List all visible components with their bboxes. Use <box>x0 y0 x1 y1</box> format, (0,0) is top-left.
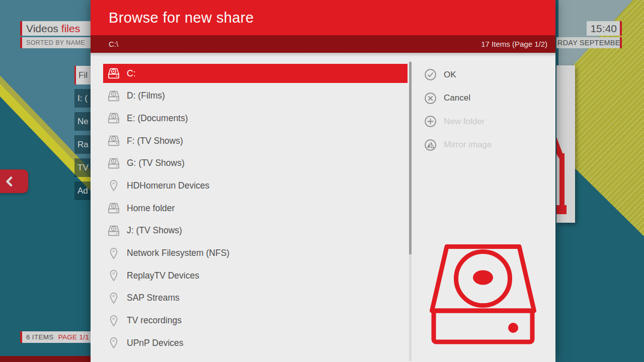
mirror-image-button[interactable]: Mirror image <box>424 136 545 154</box>
network-location-icon <box>107 269 120 282</box>
network-location-icon <box>107 314 120 327</box>
share-item-label: Network Filesystem (NFS) <box>127 248 229 258</box>
clock-text: 15:40 <box>590 23 617 35</box>
share-list: C: D: (Films) E: (Documents) F: (TV Show… <box>103 64 408 356</box>
library-title-accent: files <box>61 23 80 35</box>
drive-icon <box>107 134 120 147</box>
page-indicator: PAGE 1/1 <box>58 333 89 341</box>
kodi-screen: Videos files SORTED BY NAME 15:40 RDAY S… <box>0 0 644 362</box>
network-location-icon <box>107 179 120 192</box>
sidebar-item[interactable]: Ad <box>74 182 92 200</box>
button-label: OK <box>444 70 456 80</box>
drive-icon <box>107 112 120 125</box>
share-list-item[interactable]: Home folder <box>103 199 408 218</box>
network-location-icon <box>107 247 120 260</box>
sidebar-item[interactable]: Ra <box>74 135 92 154</box>
share-list-item[interactable]: TV recordings <box>103 311 408 330</box>
share-item-label: C: <box>127 68 136 79</box>
drive-icon <box>107 224 120 237</box>
items-page-info: 17 Items (Page 1/2) <box>481 40 547 48</box>
share-item-label: SAP Streams <box>127 293 180 303</box>
date-bar: RDAY SEPTEMBER 13 <box>556 37 622 48</box>
share-list-item[interactable]: D: (Films) <box>103 86 408 106</box>
drive-icon <box>107 202 120 215</box>
sidebar-item[interactable]: Fil <box>74 66 92 84</box>
share-list-item[interactable]: SAP Streams <box>103 289 408 308</box>
share-item-label: UPnP Devices <box>127 338 184 348</box>
share-item-label: TV recordings <box>127 315 182 326</box>
dialog-buttons: OK Cancel New folder Mirror image <box>424 65 545 159</box>
library-title-bar: Videos files <box>20 21 91 36</box>
share-list-item[interactable]: G: (TV Shows) <box>103 154 408 173</box>
ok-button[interactable]: OK <box>424 65 545 84</box>
sidebar-item-label: Fil <box>78 70 88 80</box>
sort-label: SORTED BY NAME <box>26 39 85 46</box>
share-list-item[interactable]: C: <box>103 64 408 83</box>
sidebar-item[interactable]: TV <box>74 158 92 177</box>
sidebar-item-label: TV <box>77 163 89 173</box>
back-tab-button[interactable] <box>0 169 28 193</box>
share-list-item[interactable]: J: (TV Shows) <box>103 221 408 240</box>
library-title: Videos <box>26 23 58 35</box>
share-list-item[interactable]: ReplayTV Devices <box>103 266 408 285</box>
share-list-item[interactable]: HDHomerun Devices <box>103 176 408 195</box>
share-list-item[interactable]: UPnP Devices <box>103 333 408 352</box>
sort-bar[interactable]: SORTED BY NAME <box>20 37 91 48</box>
current-path: C:\ <box>109 40 118 48</box>
chevron-left-icon <box>6 176 13 187</box>
cancel-x-icon <box>424 92 437 105</box>
new-folder-button[interactable]: New folder <box>424 112 545 131</box>
drive-icon <box>107 67 120 80</box>
drive-icon <box>107 157 120 170</box>
items-page-bar: 6 ITEMS PAGE 1/1 <box>20 331 91 343</box>
path-bar-shadow <box>91 53 555 57</box>
share-item-label: ReplayTV Devices <box>127 270 199 281</box>
network-location-icon <box>107 292 120 305</box>
drive-icon <box>107 89 120 103</box>
share-item-label: E: (Documents) <box>127 113 188 124</box>
mirror-image-icon <box>424 139 437 151</box>
dialog-title: Browse for new share <box>109 10 254 26</box>
list-scrollbar[interactable] <box>409 62 412 361</box>
button-label: New folder <box>444 117 485 127</box>
share-item-label: F: (TV Shows) <box>127 136 183 146</box>
button-label: Cancel <box>444 93 470 103</box>
button-label: Mirror image <box>444 140 492 150</box>
share-list-item[interactable]: E: (Documents) <box>103 109 408 128</box>
background-sidebar: Fil I: ( Ne Ra TV Ad <box>74 66 92 205</box>
share-list-item[interactable]: F: (TV Shows) <box>103 131 408 150</box>
poster-red-art <box>556 205 567 214</box>
share-item-label: D: (Films) <box>127 90 165 101</box>
share-item-label: J: (TV Shows) <box>127 225 182 236</box>
sidebar-item[interactable]: Ne <box>74 112 92 131</box>
scrollbar-thumb[interactable] <box>409 62 412 254</box>
sidebar-item-label: I: ( <box>77 94 88 104</box>
clock: 15:40 <box>587 21 622 36</box>
sidebar-item-label: Ra <box>77 140 89 150</box>
hard-disk-artwork-icon <box>430 244 536 345</box>
date-text: RDAY SEPTEMBER 13 <box>557 39 622 47</box>
share-item-label: G: (TV Shows) <box>127 158 185 168</box>
share-item-label: HDHomerun Devices <box>127 180 209 191</box>
sidebar-item-label: Ne <box>77 117 89 127</box>
items-count: 6 ITEMS <box>26 333 54 341</box>
sidebar-item[interactable]: I: ( <box>74 89 92 108</box>
dialog-path-bar: C:\ 17 Items (Page 1/2) <box>91 35 555 53</box>
cancel-button[interactable]: Cancel <box>424 89 545 108</box>
browse-share-dialog: Browse for new share C:\ 17 Items (Page … <box>91 0 555 362</box>
background-poster-card <box>556 65 575 223</box>
share-list-item[interactable]: Network Filesystem (NFS) <box>103 244 408 263</box>
poster-red-art <box>559 153 565 209</box>
sidebar-item-label: Ad <box>77 186 88 196</box>
new-folder-plus-icon <box>424 115 437 128</box>
dialog-header: Browse for new share <box>91 0 555 35</box>
share-item-label: Home folder <box>127 203 175 214</box>
network-location-icon <box>107 336 120 349</box>
bottom-red-strip <box>0 356 91 362</box>
ok-check-icon <box>424 68 437 81</box>
